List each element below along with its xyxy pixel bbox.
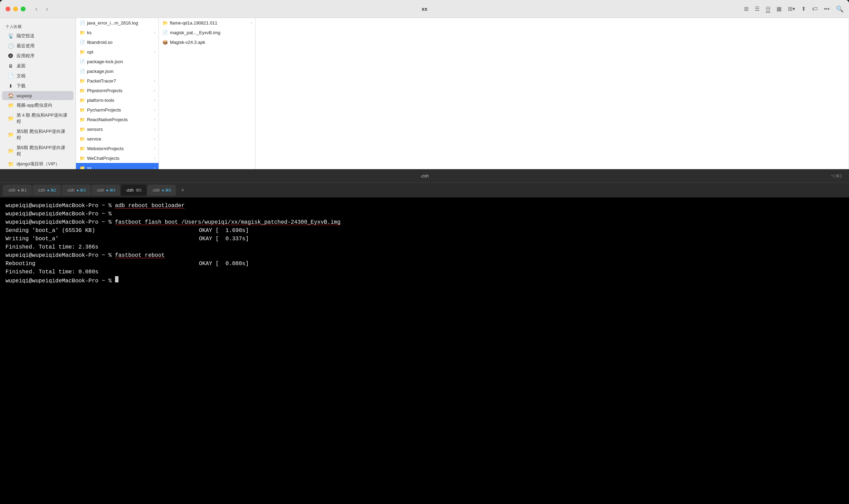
terminal-tab-1[interactable]: -zsh ● ⌘1 (3, 185, 32, 196)
folder5-icon: 📁 (8, 161, 14, 167)
sidebar-item-folder3[interactable]: 📁 第5期 爬虫和APP逆向课程 (2, 127, 74, 143)
sidebar-item-folder5[interactable]: 📁 django项目班（VIP） (2, 159, 74, 169)
file-doc-icon: 📄 (79, 69, 85, 74)
sidebar-label-airdrop: 隔空投送 (17, 33, 35, 39)
sidebar-item-recent[interactable]: 🕐 最近使用 (2, 41, 74, 51)
file-doc-icon: 📄 (79, 40, 85, 45)
folder-icon: 📁 (79, 98, 85, 103)
sidebar-item-desktop[interactable]: 🖥 桌面 (2, 61, 74, 71)
file-name: libandroid.so (87, 40, 155, 45)
file-item-magisk-apk[interactable]: 📦 Magisk-v24.3.apk (159, 37, 255, 47)
chevron-right-icon: › (154, 118, 155, 122)
file-item-reactnative[interactable]: 📁 ReactNativeProjects › (76, 115, 159, 124)
file-item-ks[interactable]: 📁 ks › (76, 28, 159, 37)
minimize-button[interactable] (13, 7, 18, 11)
sidebar-item-airdrop[interactable]: 📡 隔空投送 (2, 31, 74, 41)
file-name: xx (87, 165, 152, 169)
folder-icon: 📁 (79, 107, 85, 113)
maximize-button[interactable] (21, 7, 26, 11)
sidebar-label-recent: 最近使用 (17, 43, 35, 49)
file-item-libandroid[interactable]: 📄 libandroid.so (76, 37, 159, 47)
cmd-fastboot-reboot: fastboot reboot (115, 251, 165, 260)
tab-label-5: -zsh (126, 188, 134, 193)
file-item-phpstorm[interactable]: 📁 PhpstormProjects › (76, 86, 159, 95)
icon-group[interactable]: ⊞▾ (788, 6, 795, 12)
finder-sidebar: 个人收藏 📡 隔空投送 🕐 最近使用 🅐 应用程序 🖥 桌面 📄 文稿 (0, 18, 76, 169)
file-item-flame[interactable]: 📁 flame-qd1a.190821.011 › (159, 18, 255, 28)
chevron-right-icon: › (154, 137, 155, 141)
terminal-titlebar: -zsh ⌥⌘1 (0, 169, 849, 183)
file-name: ReactNativeProjects (87, 117, 152, 122)
terminal-tab-4[interactable]: -zsh ● ⌘4 (92, 185, 121, 196)
file-item-webstorm[interactable]: 📁 WebstormProjects › (76, 144, 159, 153)
terminal-cursor (115, 276, 118, 282)
icon-columns[interactable]: ⊟ (766, 5, 770, 12)
file-doc-icon: 📄 (79, 59, 85, 64)
sidebar-item-folder2[interactable]: 📁 第４期 爬虫和APP逆向课程 (2, 110, 74, 126)
file-item-wechat[interactable]: 📁 WeChatProjects › (76, 153, 159, 163)
terminal-line-7: wupeiqi@wupeiqideMacBook-Pro ~ % fastboo… (6, 251, 843, 260)
icon-search[interactable]: 🔍 (836, 5, 843, 13)
file-item-package-lock[interactable]: 📄 package-lock.json (76, 57, 159, 66)
file-item-opt[interactable]: 📁 opt › (76, 47, 159, 57)
terminal-line-6: Finished. Total time: 2.386s (6, 243, 843, 251)
sidebar-item-apps[interactable]: 🅐 应用程序 (2, 51, 74, 61)
folder-selected-icon: 📁 (79, 165, 85, 169)
file-item-service[interactable]: 📁 service › (76, 134, 159, 144)
file-item-sensors[interactable]: 📁 sensors › (76, 124, 159, 134)
terminal-title-text: -zsh (420, 173, 429, 178)
terminal-tabs: -zsh ● ⌘1 -zsh ● ⌘2 -zsh ● ⌘3 -zsh ● ⌘4 … (0, 183, 849, 197)
file-item-packettracer[interactable]: 📁 PacketTracer7 › (76, 76, 159, 86)
sidebar-item-docs[interactable]: 📄 文稿 (2, 71, 74, 81)
file-columns: 📄 java_error_i...m_2816.log 📁 ks › 📄 lib… (76, 18, 849, 169)
prompt-3: wupeiqi@wupeiqideMacBook-Pro ~ % (6, 218, 115, 226)
file-name: WebstormProjects (87, 146, 152, 151)
tab-label-3: -zsh (67, 188, 75, 193)
terminal-tab-2[interactable]: -zsh ● ⌘2 (32, 185, 61, 196)
output-writing: Writing 'boot_a' (6, 235, 199, 243)
file-name: service (87, 136, 152, 142)
chevron-right-icon: › (154, 108, 155, 112)
file-item-pycharm[interactable]: 📁 PycharmProjects › (76, 105, 159, 115)
terminal-content[interactable]: wupeiqi@wupeiqideMacBook-Pro ~ % adb reb… (0, 197, 849, 504)
close-button[interactable] (6, 7, 10, 11)
folder-icon: 📁 (79, 117, 85, 122)
terminal-tab-3[interactable]: -zsh ● ⌘3 (62, 185, 91, 196)
sidebar-item-wupeiqi[interactable]: 🏠 wupeiqi (2, 91, 74, 100)
icon-grid[interactable]: ⊞ (744, 6, 748, 12)
chevron-right-icon: › (154, 50, 155, 54)
recent-icon: 🕐 (8, 43, 14, 49)
icon-tag[interactable]: 🏷 (812, 6, 818, 12)
file-name: PhpstormProjects (87, 88, 152, 93)
file-item-package[interactable]: 📄 package.json (76, 66, 159, 76)
icon-more[interactable]: ••• (824, 6, 830, 12)
file-item-log[interactable]: 📄 java_error_i...m_2816.log (76, 18, 159, 28)
file-doc-icon: 📄 (79, 20, 85, 26)
sidebar-item-downloads[interactable]: ⬇ 下载 (2, 81, 74, 91)
terminal-line-5: Writing 'boot_a'OKAY [ 0.337s] (6, 235, 843, 243)
folder-icon: 📁 (162, 20, 168, 26)
cmd-fastboot-flash: fastboot flash boot /Users/wupeiqi/xx/ma… (115, 218, 341, 226)
tab-shortcut-3: ● ⌘3 (77, 188, 86, 193)
file-name: platform-tools (87, 98, 152, 103)
add-tab-button[interactable]: + (178, 185, 188, 195)
sidebar-item-folder4[interactable]: 📁 第6期 爬虫和APP逆向课程 (2, 143, 74, 159)
file-item-platform-tools[interactable]: 📁 platform-tools › (76, 95, 159, 105)
tab-label-6: -zsh (152, 188, 160, 193)
file-item-magisk-img[interactable]: 📄 magisk_pat..._EyxvB.img (159, 28, 255, 37)
icon-gallery[interactable]: ▦ (776, 6, 782, 12)
sidebar-label-folder4: 第6期 爬虫和APP逆向课程 (17, 145, 68, 157)
sidebar-item-folder1[interactable]: 📁 视频-app爬虫逆向 (2, 100, 74, 110)
icon-share[interactable]: ⬆ (801, 6, 806, 12)
back-button[interactable]: ‹ (32, 3, 40, 14)
file-item-xx[interactable]: 📁 xx › (76, 163, 159, 169)
forward-button[interactable]: › (43, 3, 51, 14)
terminal-tab-6[interactable]: -zsh ● ⌘6 (147, 185, 176, 196)
folder4-icon: 📁 (8, 148, 14, 154)
tab-shortcut-5: ⌘5 (136, 188, 142, 193)
chevron-right-icon: › (154, 89, 155, 93)
terminal-tab-5[interactable]: -zsh ⌘5 (121, 185, 146, 196)
terminal-line-10: wupeiqi@wupeiqideMacBook-Pro ~ % (6, 276, 843, 285)
icon-list[interactable]: ☰ (755, 6, 760, 12)
sidebar-label-folder3: 第5期 爬虫和APP逆向课程 (17, 128, 68, 141)
